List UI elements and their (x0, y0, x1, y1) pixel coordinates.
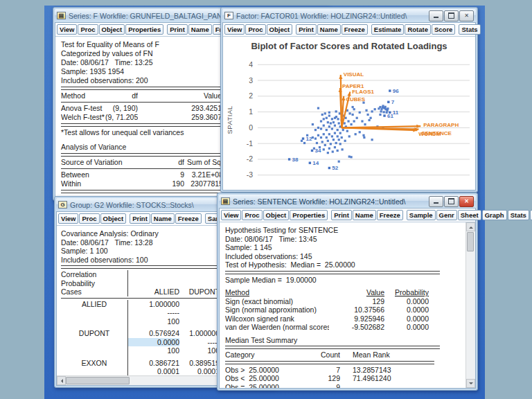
toolbar-button-freeze[interactable]: Freeze (175, 213, 202, 224)
table-header-row: MethoddfValue (61, 91, 227, 100)
table-cell: 23077815 (184, 179, 223, 188)
vertical-scrollbar[interactable] (466, 222, 475, 388)
toolbar-factor01: ViewProcObjectPrintNameFreezeEstimateRot… (223, 23, 475, 37)
toolbar-button-proc[interactable]: Proc (242, 210, 262, 220)
minimize-button[interactable] (429, 10, 443, 21)
toolbar-button-object[interactable]: Object (267, 24, 293, 35)
toolbar-button-view[interactable]: View (57, 24, 77, 35)
table-cell: 10.37566 (329, 305, 384, 314)
table-cell: Between (61, 170, 161, 179)
scroll-left-button[interactable] (57, 376, 66, 385)
svg-text:WORDM: WORDM (418, 131, 441, 137)
toolbar-button-proc[interactable]: Proc (78, 24, 98, 35)
table-cell (179, 270, 220, 279)
toolbar-button-view[interactable]: View (221, 210, 241, 220)
table-row: van der Waerden (normal scores)-9.502682… (225, 323, 434, 332)
table-cell (179, 317, 220, 326)
rule (61, 168, 227, 169)
row-label: DUPONT (61, 329, 127, 338)
table-cell: 0.0000 (384, 305, 429, 314)
toolbar-button-freeze[interactable]: Freeze (377, 210, 403, 220)
rule (61, 102, 227, 103)
content-sentence: Hypothesis Testing for SENTENCEDate: 08/… (220, 222, 475, 388)
toolbar-button-name[interactable]: Name (188, 24, 212, 35)
toolbar-button-print[interactable]: Print (130, 213, 150, 224)
toolbar-button-graph[interactable]: Graph (482, 210, 507, 220)
window-title: Factor: FACTOR01 Workfile: HOLZINGR24::U… (236, 12, 425, 20)
toolbar-button-sample[interactable]: Sample (407, 210, 436, 220)
table-cell: 0.0001 (179, 367, 220, 376)
rule (61, 298, 223, 299)
toolbar-button-stats[interactable]: Stats (508, 210, 529, 220)
table-cell: van der Waerden (normal scores) (225, 323, 329, 332)
text-line: Test of Hypothesis: Median = 25.00000 (225, 260, 475, 269)
maximize-button[interactable] (444, 196, 459, 207)
svg-text:0: 0 (249, 123, 253, 132)
svg-text:96: 96 (393, 88, 399, 94)
minimize-button[interactable] (429, 196, 443, 207)
toolbar-button-stats[interactable]: Stats (459, 24, 480, 35)
group-icon: G (58, 201, 67, 209)
table-row: Obs = 25.000009 (225, 383, 434, 389)
table-row: Within19023077815 (61, 179, 227, 188)
table-cell: DUPONT (179, 287, 220, 296)
svg-text:3: 3 (249, 76, 253, 85)
row-label (61, 308, 127, 317)
window-sentence[interactable]: ▤ Series: SENTENCE Workfile: HOLZINGR24:… (217, 193, 478, 391)
toolbar-button-sheet[interactable]: Sheet (458, 210, 481, 220)
table-row: Between93.21E+08 (61, 170, 227, 179)
rule (61, 153, 241, 157)
titlebar-factor01[interactable]: F Factor: FACTOR01 Workfile: HOLZINGR24:… (222, 9, 476, 22)
toolbar-button-view[interactable]: View (224, 24, 245, 35)
row-label: Correlation (61, 270, 127, 279)
table-cell (340, 383, 429, 389)
titlebar-sentence[interactable]: ▤ Series: SENTENCE Workfile: HOLZINGR24:… (219, 195, 476, 208)
scroll-down-button[interactable] (466, 379, 475, 388)
toolbar-button-print[interactable]: Print (167, 24, 188, 35)
scrollbar-thumb[interactable] (467, 232, 474, 251)
svg-text:1: 1 (249, 107, 253, 116)
toolbar-button-rotate[interactable]: Rotate (405, 24, 431, 35)
table-cell: 9 (161, 170, 184, 179)
close-button[interactable]: ✕ (459, 10, 474, 21)
table-cell: 100 (128, 317, 179, 326)
toolbar-button-genr[interactable]: Genr (436, 210, 457, 220)
table-row: Sign (exact binomial)1290.0000 (225, 297, 434, 306)
toolbar-button-properties[interactable]: Properties (290, 210, 328, 220)
table-cell: Obs > 25.00000 (225, 366, 301, 375)
rule (61, 123, 241, 127)
content-factor01: Biplot of Factor Scores and Rotated Load… (223, 37, 475, 190)
column-header: Count (301, 351, 340, 360)
window-title: Series: SENTENCE Workfile: HOLZINGR24::U… (233, 197, 425, 206)
toolbar-button-view[interactable]: View (58, 213, 78, 224)
maximize-button[interactable] (444, 10, 459, 21)
toolbar-button-print[interactable]: Print (296, 24, 317, 35)
table-cell: Wilcoxon signed rank (225, 314, 329, 323)
svg-text:61: 61 (387, 113, 393, 119)
factor-icon: F (224, 12, 233, 19)
toolbar-button-name[interactable]: Name (353, 210, 376, 220)
scrollbar-thumb[interactable] (66, 377, 130, 384)
table-cell: ALLIED (128, 287, 179, 296)
window-factor01[interactable]: F Factor: FACTOR01 Workfile: HOLZINGR24:… (220, 7, 478, 193)
toolbar-button-print[interactable]: Print (331, 210, 352, 220)
scroll-up-button[interactable] (466, 222, 475, 231)
toolbar-button-estimate[interactable]: Estimate (371, 24, 405, 35)
svg-text:-3: -3 (247, 170, 253, 179)
toolbar-button-score[interactable]: Score (432, 24, 455, 35)
rule (225, 271, 440, 274)
toolbar-button-proc[interactable]: Proc (79, 213, 99, 224)
toolbar-button-object[interactable]: Object (99, 24, 125, 35)
toolbar-button-name[interactable]: Name (317, 24, 341, 35)
toolbar-button-properties[interactable]: Properties (125, 24, 163, 35)
toolbar-button-proc[interactable]: Proc (245, 24, 265, 35)
toolbar-button-object[interactable]: Object (100, 213, 127, 224)
close-button[interactable]: ✕ (459, 196, 474, 207)
toolbar-button-name[interactable]: Name (151, 213, 175, 224)
table-cell: 9 (301, 383, 340, 389)
toolbar-button-object[interactable]: Object (263, 210, 290, 220)
table-cell (128, 270, 179, 279)
toolbar-button-freeze[interactable]: Freeze (342, 24, 368, 35)
column-header: Method (61, 91, 105, 100)
row-label (61, 338, 127, 347)
